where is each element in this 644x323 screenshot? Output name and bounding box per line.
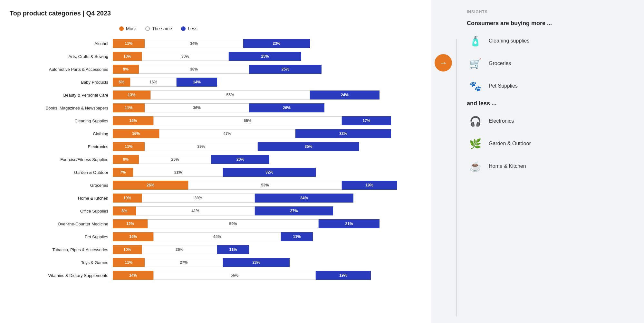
- insight-icon: 🎧: [467, 113, 484, 129]
- bar-more: 8%: [113, 206, 136, 215]
- bar-same: 31%: [133, 168, 223, 177]
- chart-row: Vitamins & Dietary Supplements14%56%19%: [10, 270, 425, 280]
- bar-less: 32%: [223, 168, 316, 177]
- bar-group: 11%27%23%: [113, 258, 425, 267]
- arrow-icon: →: [439, 58, 447, 68]
- bar-group: 11%34%23%: [113, 39, 425, 48]
- chart-row: Electronics11%39%35%: [10, 141, 425, 152]
- less-items-list: 🎧Electronics🌿Garden & Outdoor☕Home & Kit…: [467, 113, 634, 175]
- insight-icon: ☕: [467, 158, 484, 175]
- row-label: Vitamins & Dietary Supplements: [10, 273, 113, 278]
- bar-more: 9%: [113, 65, 139, 74]
- bar-more: 11%: [113, 258, 145, 267]
- bar-more: 9%: [113, 155, 139, 164]
- insight-icon: 🛒: [467, 55, 484, 72]
- bar-less: 17%: [342, 116, 391, 125]
- bar-less: 26%: [249, 103, 324, 112]
- bar-same: 36%: [145, 103, 249, 112]
- bar-more: 13%: [113, 90, 150, 100]
- legend-less: Less: [181, 26, 197, 31]
- insight-item: 🎧Electronics: [467, 113, 634, 129]
- legend-dot-less: [181, 26, 186, 31]
- bar-more: 26%: [113, 181, 188, 190]
- bar-same: 30%: [142, 52, 229, 61]
- bar-same: 39%: [145, 142, 258, 151]
- row-label: Baby Products: [10, 80, 113, 85]
- row-label: Electronics: [10, 144, 113, 149]
- bar-group: 11%36%26%: [113, 103, 425, 112]
- chart-row: Tobacco, Pipes & Accessories10%26%11%: [10, 244, 425, 255]
- bar-same: 65%: [153, 116, 342, 125]
- insight-text: Groceries: [489, 61, 511, 66]
- bar-less: 25%: [249, 65, 322, 74]
- legend-dot-more: [119, 26, 124, 31]
- legend-more: More: [119, 26, 136, 31]
- row-label: Beauty & Personal Care: [10, 93, 113, 98]
- bar-more: 10%: [113, 52, 142, 61]
- chart-row: Office Supplies8%41%27%: [10, 206, 425, 216]
- chart-row: Arts, Crafts & Sewing10%30%25%: [10, 51, 425, 62]
- legend-same: The same: [145, 26, 172, 31]
- bar-more: 10%: [113, 245, 142, 254]
- bar-group: 10%30%25%: [113, 52, 425, 61]
- bar-same: 38%: [139, 65, 249, 74]
- bar-more: 11%: [113, 103, 145, 112]
- bar-more: 14%: [113, 116, 153, 125]
- row-label: Arts, Crafts & Sewing: [10, 54, 113, 59]
- chart-row: Home & Kitchen10%39%34%: [10, 193, 425, 203]
- bar-more: 16%: [113, 129, 159, 138]
- bar-same: 39%: [142, 194, 255, 203]
- row-label: Toys & Games: [10, 260, 113, 265]
- bar-same: 44%: [153, 232, 281, 241]
- insights-label: INSIGHTS: [467, 10, 634, 14]
- bar-more: 14%: [113, 271, 153, 280]
- chart-row: Toys & Games11%27%23%: [10, 257, 425, 268]
- chart-row: Beauty & Personal Care13%55%24%: [10, 90, 425, 100]
- arrow-button[interactable]: →: [435, 54, 452, 71]
- bar-group: 16%47%33%: [113, 129, 425, 138]
- bar-same: 59%: [148, 219, 319, 228]
- bar-less: 23%: [243, 39, 310, 48]
- bar-group: 11%39%35%: [113, 142, 425, 151]
- bar-less: 25%: [229, 52, 301, 61]
- legend: More The same Less: [119, 26, 425, 31]
- chart-row: Cleaning Supplies14%65%17%: [10, 116, 425, 126]
- bar-group: 9%25%20%: [113, 155, 425, 164]
- row-label: Groceries: [10, 183, 113, 188]
- bar-more: 14%: [113, 232, 153, 241]
- bar-group: 8%41%27%: [113, 206, 425, 215]
- bar-same: 25%: [139, 155, 211, 164]
- chart-row: Over-the-Counter Medicine12%59%21%: [10, 219, 425, 229]
- chart-row: Groceries26%53%19%: [10, 180, 425, 190]
- insight-item: 🌿Garden & Outdoor: [467, 135, 634, 152]
- bar-group: 6%16%14%: [113, 78, 425, 87]
- bar-less: 23%: [223, 258, 290, 267]
- bar-group: 13%55%24%: [113, 90, 425, 100]
- more-items-list: 🧴Cleaning supplies🛒Groceries🐾Pet Supplie…: [467, 33, 634, 94]
- bar-more: 7%: [113, 168, 133, 177]
- legend-dot-same: [145, 26, 150, 31]
- divider-line: [456, 39, 457, 317]
- bar-same: 53%: [188, 181, 342, 190]
- bar-less: 14%: [177, 78, 217, 87]
- chart-row: Automotive Parts & Accessories9%38%25%: [10, 64, 425, 74]
- row-label: Home & Kitchen: [10, 196, 113, 201]
- insight-item: 🛒Groceries: [467, 55, 634, 72]
- insight-text: Pet Supplies: [489, 83, 518, 89]
- insight-icon: 🧴: [467, 33, 484, 49]
- insight-icon: 🐾: [467, 78, 484, 94]
- row-label: Tobacco, Pipes & Accessories: [10, 247, 113, 252]
- row-label: Automotive Parts & Accessories: [10, 67, 113, 72]
- insight-item: 🧴Cleaning supplies: [467, 33, 634, 49]
- insight-item: ☕Home & Kitchen: [467, 158, 634, 175]
- bar-group: 12%59%21%: [113, 219, 425, 228]
- bar-more: 11%: [113, 39, 145, 48]
- bar-same: 41%: [136, 206, 255, 215]
- main-panel: Top product categories | Q4 2023 More Th…: [0, 0, 431, 323]
- row-label: Over-the-Counter Medicine: [10, 222, 113, 226]
- bar-group: 9%38%25%: [113, 65, 425, 74]
- bar-less: 11%: [281, 232, 313, 241]
- insight-text: Garden & Outdoor: [489, 141, 531, 147]
- insight-text: Cleaning supplies: [489, 38, 529, 44]
- bar-group: 7%31%32%: [113, 168, 425, 177]
